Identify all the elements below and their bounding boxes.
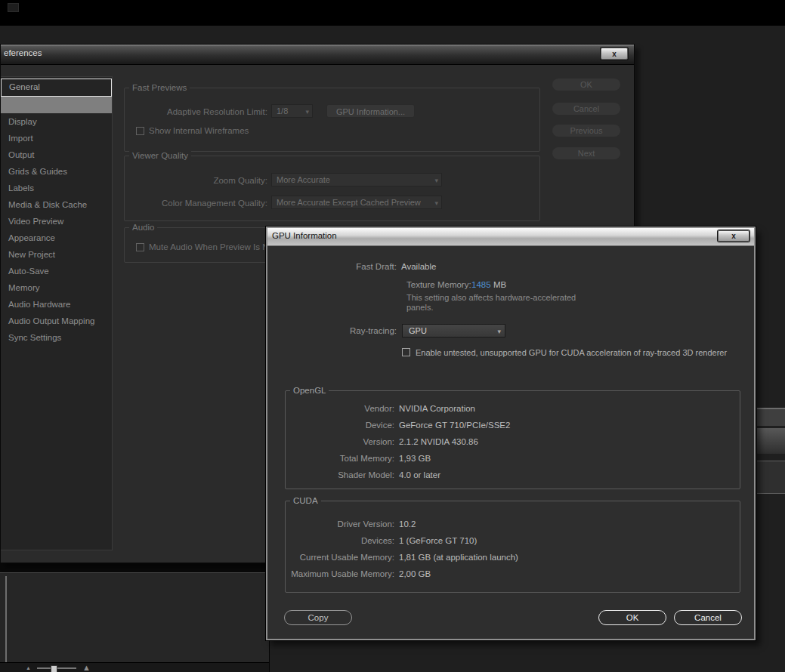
window-control-icon [8, 3, 19, 12]
opengl-row-device: Device: GeForce GT 710/PCIe/SSE2 [286, 417, 740, 433]
audio-legend: Audio [129, 223, 157, 232]
sidebar-item-labels[interactable]: Labels [1, 180, 112, 196]
zoom-quality-label: Zoom Quality: [125, 174, 267, 186]
gpu-dialog-body: Fast Draft: Available Texture Memory: 14… [267, 245, 754, 639]
cuda-legend: CUDA [290, 496, 321, 505]
ray-tracing-value: GPU [409, 326, 427, 335]
previous-button[interactable]: Previous [552, 125, 620, 137]
sidebar-item-appearance[interactable]: Appearance [1, 230, 112, 246]
field-label: Current Usable Memory: [286, 553, 394, 562]
sidebar-item-general[interactable]: General [1, 79, 112, 97]
field-label: Total Memory: [286, 454, 394, 463]
sidebar-item-audio-hardware[interactable]: Audio Hardware [1, 296, 112, 313]
field-label: Shader Model: [286, 470, 394, 479]
field-value: 2,00 GB [399, 569, 431, 578]
enable-untested-gpu-checkbox[interactable] [402, 348, 410, 356]
field-label: Maximum Usable Memory: [286, 569, 394, 578]
field-value: 1 (GeForce GT 710) [399, 536, 477, 545]
top-menu-bar [0, 0, 785, 26]
viewer-quality-group: Viewer Quality Zoom Quality: More Accura… [124, 156, 540, 221]
opengl-row-total-memory: Total Memory: 1,93 GB [286, 450, 740, 467]
sidebar-item-selected[interactable] [1, 97, 112, 113]
sidebar-item-memory[interactable]: Memory [1, 279, 112, 296]
close-button[interactable]: x [718, 230, 749, 242]
zoom-slider-handle[interactable] [51, 665, 57, 672]
color-management-quality-label: Color Management Quality: [125, 197, 267, 209]
close-button[interactable]: x [601, 48, 628, 60]
field-label: Devices: [286, 536, 394, 545]
texture-memory-value[interactable]: 1485 [471, 280, 491, 289]
app-background: ▲ ▲ eferences x General Display Import O… [0, 0, 785, 672]
opengl-group: OpenGL Vendor: NVIDIA Corporation Device… [285, 390, 740, 489]
chevron-down-icon: ▾ [434, 174, 438, 186]
cuda-row-driver-version: Driver Version: 10.2 [286, 516, 740, 532]
cuda-row-current-usable-memory: Current Usable Memory: 1,81 GB (at appli… [286, 549, 740, 566]
fast-previews-legend: Fast Previews [129, 83, 190, 92]
gpu-information-dialog: GPU Information x Fast Draft: Available … [266, 227, 756, 640]
zoom-quality-value: More Accurate [277, 175, 330, 184]
zoom-quality-dropdown[interactable]: More Accurate ▾ [271, 173, 442, 186]
adaptive-resolution-dropdown[interactable]: 1/8 ▾ [271, 104, 313, 118]
field-value: NVIDIA Corporation [399, 404, 475, 413]
texture-memory-note-line2: panels. [406, 303, 433, 312]
show-internal-wireframes-checkbox[interactable] [136, 127, 144, 135]
background-panel-fragment [757, 408, 785, 426]
show-internal-wireframes-label: Show Internal Wireframes [149, 126, 249, 135]
cancel-button[interactable]: Cancel [674, 610, 742, 625]
mute-audio-label: Mute Audio When Preview Is N [149, 242, 269, 251]
mute-audio-checkbox[interactable] [136, 243, 144, 251]
cuda-row-maximum-usable-memory: Maximum Usable Memory: 2,00 GB [286, 566, 740, 582]
chevron-down-icon: ▾ [497, 325, 501, 338]
field-value: GeForce GT 710/PCIe/SSE2 [399, 421, 510, 430]
opengl-row-vendor: Vendor: NVIDIA Corporation [286, 400, 740, 417]
opengl-row-version: Version: 2.1.2 NVIDIA 430.86 [286, 433, 740, 450]
gpu-information-button[interactable]: GPU Information... [326, 104, 415, 118]
cancel-button[interactable]: Cancel [552, 103, 620, 115]
field-value: 10.2 [399, 519, 416, 529]
sidebar-item-import[interactable]: Import [1, 130, 112, 146]
sidebar-item-sync-settings[interactable]: Sync Settings [1, 329, 112, 346]
ok-button[interactable]: OK [552, 79, 620, 91]
field-label: Device: [286, 421, 394, 430]
field-value: 4.0 or later [399, 470, 440, 479]
cuda-group: CUDA Driver Version: 10.2 Devices: 1 (Ge… [285, 501, 740, 593]
opengl-legend: OpenGL [290, 386, 329, 395]
sidebar-item-auto-save[interactable]: Auto-Save [1, 263, 112, 279]
field-label: Driver Version: [286, 519, 394, 529]
cuda-row-devices: Devices: 1 (GeForce GT 710) [286, 532, 740, 549]
sidebar-item-audio-output-mapping[interactable]: Audio Output Mapping [1, 313, 112, 329]
next-button[interactable]: Next [552, 147, 620, 159]
field-value: 2.1.2 NVIDIA 430.86 [399, 437, 478, 446]
sidebar-item-display[interactable]: Display [1, 113, 112, 130]
color-management-quality-dropdown[interactable]: More Accurate Except Cached Preview ▾ [271, 196, 442, 209]
field-value: 1,93 GB [399, 454, 431, 463]
texture-memory-label: Texture Memory: [406, 280, 471, 289]
sidebar-item-grids-guides[interactable]: Grids & Guides [1, 163, 112, 180]
background-panel-fragment [757, 461, 785, 494]
sidebar-item-new-project[interactable]: New Project [1, 246, 112, 263]
chevron-down-icon: ▾ [434, 197, 438, 209]
panel-edge [5, 576, 7, 662]
preferences-title: eferences [4, 48, 42, 57]
fast-draft-label: Fast Draft: [267, 262, 397, 271]
gpu-dialog-titlebar[interactable]: GPU Information x [267, 228, 754, 246]
ray-tracing-label: Ray-tracing: [267, 326, 397, 335]
field-label: Vendor: [286, 404, 394, 413]
zoom-out-mountain-icon: ▲ [26, 665, 31, 670]
color-management-quality-value: More Accurate Except Cached Preview [277, 198, 421, 207]
sidebar-item-output[interactable]: Output [1, 146, 112, 163]
ok-button[interactable]: OK [598, 610, 666, 625]
field-label: Version: [286, 437, 394, 446]
texture-memory-unit: MB [493, 280, 506, 289]
adaptive-resolution-label: Adaptive Resolution Limit: [125, 106, 267, 118]
viewer-panel: ▲ ▲ [0, 572, 270, 672]
sidebar-item-video-preview[interactable]: Video Preview [1, 213, 112, 230]
copy-button[interactable]: Copy [284, 610, 352, 625]
sidebar-item-media-disk-cache[interactable]: Media & Disk Cache [1, 196, 112, 213]
preferences-titlebar[interactable]: eferences x [1, 45, 634, 65]
preferences-sidebar: General Display Import Output Grids & Gu… [1, 76, 113, 550]
ray-tracing-dropdown[interactable]: GPU ▾ [402, 324, 505, 338]
fast-previews-group: Fast Previews Adaptive Resolution Limit:… [124, 88, 540, 152]
zoom-slider[interactable] [37, 664, 76, 672]
gpu-dialog-title: GPU Information [272, 231, 337, 240]
